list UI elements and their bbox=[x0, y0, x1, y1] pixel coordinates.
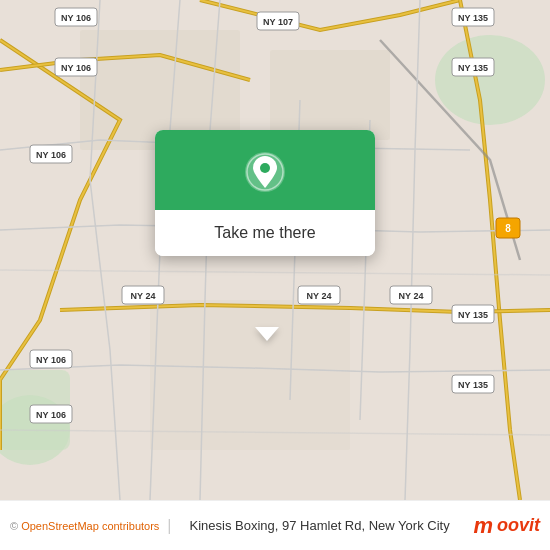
svg-text:NY 106: NY 106 bbox=[61, 63, 91, 73]
svg-text:NY 135: NY 135 bbox=[458, 63, 488, 73]
svg-text:NY 107: NY 107 bbox=[263, 17, 293, 27]
svg-rect-5 bbox=[270, 50, 390, 140]
copyright-text: © OpenStreetMap contributors bbox=[10, 520, 159, 532]
svg-text:NY 24: NY 24 bbox=[131, 291, 156, 301]
popup-top bbox=[155, 130, 375, 210]
svg-text:NY 24: NY 24 bbox=[399, 291, 424, 301]
popup-tail bbox=[255, 327, 279, 341]
popup-card: Take me there bbox=[155, 130, 375, 256]
map-container: NY 106 NY 107 NY 135 NY 106 NY 135 NY 10… bbox=[0, 0, 550, 500]
moovit-m-letter: m bbox=[473, 513, 493, 539]
location-label: Kinesis Boxing, 97 Hamlet Rd, New York C… bbox=[190, 518, 474, 533]
svg-text:NY 24: NY 24 bbox=[307, 291, 332, 301]
svg-text:NY 135: NY 135 bbox=[458, 380, 488, 390]
svg-point-1 bbox=[435, 35, 545, 125]
bottom-bar: © OpenStreetMap contributors | Kinesis B… bbox=[0, 500, 550, 550]
moovit-logo: m oovit bbox=[473, 513, 540, 539]
osm-link[interactable]: OpenStreetMap contributors bbox=[21, 520, 159, 532]
svg-text:8: 8 bbox=[505, 223, 511, 234]
svg-text:NY 106: NY 106 bbox=[36, 355, 66, 365]
svg-text:NY 106: NY 106 bbox=[61, 13, 91, 23]
svg-text:NY 135: NY 135 bbox=[458, 13, 488, 23]
svg-point-38 bbox=[260, 163, 270, 173]
svg-text:NY 135: NY 135 bbox=[458, 310, 488, 320]
svg-text:NY 106: NY 106 bbox=[36, 150, 66, 160]
svg-text:NY 106: NY 106 bbox=[36, 410, 66, 420]
location-pin-icon bbox=[243, 150, 287, 194]
take-me-there-button[interactable]: Take me there bbox=[155, 210, 375, 256]
moovit-text: oovit bbox=[497, 515, 540, 536]
svg-rect-6 bbox=[150, 300, 350, 450]
